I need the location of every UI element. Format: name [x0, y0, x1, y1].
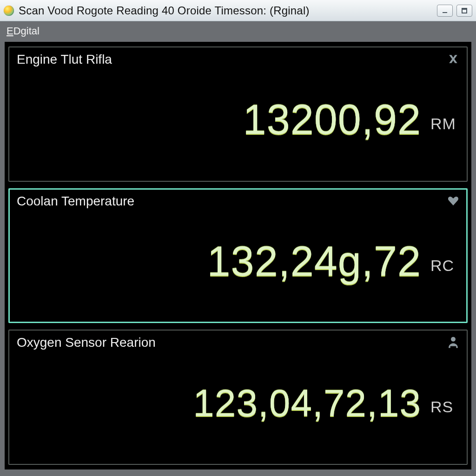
close-icon[interactable] [446, 52, 460, 66]
window-controls [437, 5, 472, 17]
gauge-label: Coolan Temperature [17, 194, 134, 209]
gauge-header: Engine Tlut Rifla [17, 52, 460, 67]
svg-rect-0 [443, 12, 447, 13]
gauge-oxygen[interactable]: Oxygen Sensor Rearion 123,04,72,13 RS [8, 330, 468, 465]
gauge-header: Oxygen Sensor Rearion [17, 335, 460, 350]
gauge-value: 123,04,72,13 [193, 384, 421, 422]
gauge-value-row: 13200,92 RM [17, 67, 460, 172]
gauge-viewport: Engine Tlut Rifla 13200,92 RM Coolan Tem… [4, 41, 472, 470]
heart-down-icon[interactable] [446, 194, 460, 208]
gauge-header: Coolan Temperature [17, 194, 460, 209]
maximize-icon [461, 7, 468, 14]
menu-digital[interactable]: EDgital [7, 25, 40, 37]
user-icon[interactable] [446, 335, 460, 349]
gauge-unit: RS [430, 398, 458, 416]
gauge-unit: RC [430, 257, 458, 275]
maximize-button[interactable] [456, 5, 472, 17]
gauge-coolant[interactable]: Coolan Temperature 132,24g,72 RC [8, 188, 468, 324]
gauge-value-row: 132,24g,72 RC [17, 209, 460, 314]
minimize-button[interactable] [437, 5, 453, 17]
gauge-engine[interactable]: Engine Tlut Rifla 13200,92 RM [8, 46, 468, 182]
gauge-value: 13200,92 [243, 99, 421, 140]
client-area: EDgital Engine Tlut Rifla 13200,92 RM Co… [0, 21, 476, 476]
minimize-icon [442, 7, 448, 14]
app-icon [4, 6, 14, 16]
window-titlebar: Scan Vood Rogote Reading 40 Oroide Times… [0, 0, 476, 21]
gauge-value: 132,24g,72 [207, 240, 421, 282]
window-title: Scan Vood Rogote Reading 40 Oroide Times… [19, 4, 432, 17]
gauge-value-row: 123,04,72,13 RS [17, 350, 460, 456]
menu-digital-hotkey: E [7, 25, 13, 37]
gauge-label: Oxygen Sensor Rearion [17, 335, 156, 350]
menu-digital-label: Dgital [13, 25, 40, 37]
gauge-label: Engine Tlut Rifla [17, 52, 112, 67]
menu-bar: EDgital [4, 21, 472, 41]
gauge-unit: RM [430, 115, 458, 133]
svg-point-2 [451, 337, 456, 342]
